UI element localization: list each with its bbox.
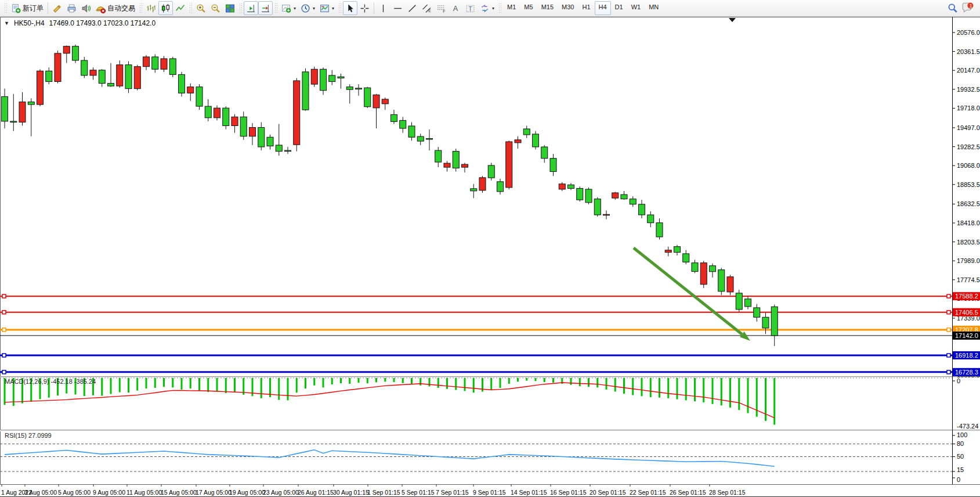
timeframe-button-W1[interactable]: W1 <box>627 1 645 15</box>
bar-chart-button[interactable] <box>144 1 158 15</box>
line-handle[interactable] <box>947 311 950 314</box>
line-chart-button[interactable] <box>173 1 187 15</box>
line-handle[interactable] <box>947 294 950 298</box>
timeframe-button-MN[interactable]: MN <box>645 1 663 15</box>
toolbar-grip <box>498 3 501 13</box>
price-label: 17406.5 <box>953 308 980 316</box>
text-icon: A <box>451 3 461 13</box>
trendline-icon <box>407 3 417 13</box>
crayon-icon <box>52 3 62 13</box>
toolbar-grip <box>189 3 192 13</box>
svg-text:19068.0: 19068.0 <box>957 162 980 169</box>
candlestick-chart-button[interactable] <box>158 1 173 15</box>
crosshair-button[interactable] <box>357 1 372 15</box>
sound-button[interactable] <box>79 1 93 15</box>
line-handle[interactable] <box>2 354 6 357</box>
svg-text:50: 50 <box>957 453 964 460</box>
crosshair-icon <box>360 3 370 13</box>
zoom-in-button[interactable] <box>194 1 208 15</box>
svg-text:20147.0: 20147.0 <box>957 67 980 74</box>
svg-text:30 Aug 01:15: 30 Aug 01:15 <box>333 489 369 496</box>
tile-windows-button[interactable] <box>223 1 237 15</box>
line-handle[interactable] <box>947 370 950 374</box>
svg-text:16 Sep 01:15: 16 Sep 01:15 <box>550 489 587 496</box>
svg-text:100: 100 <box>957 431 967 438</box>
candlestick-chart-icon <box>161 3 171 13</box>
symbol-period-label: HK50-,H4 <box>14 19 45 27</box>
timeframe-button-D1[interactable]: D1 <box>611 1 627 15</box>
shapes-button[interactable]: ▾ <box>478 1 497 15</box>
toolbar-grip <box>239 3 242 13</box>
svg-text:18853.5: 18853.5 <box>957 181 980 188</box>
periods-button[interactable]: ▾ <box>298 1 317 15</box>
indicators-button[interactable]: ▾ <box>279 1 298 15</box>
svg-text:T: T <box>468 5 472 12</box>
svg-text:0: 0 <box>957 476 960 483</box>
svg-text:3 Aug 05:00: 3 Aug 05:00 <box>24 489 57 496</box>
shift-end-button[interactable] <box>244 1 258 15</box>
svg-text:20 Sep 01:15: 20 Sep 01:15 <box>590 489 626 496</box>
crayon-button[interactable] <box>50 1 64 15</box>
fibonacci-button[interactable]: F <box>434 1 449 15</box>
timeframe-button-M15[interactable]: M15 <box>537 1 558 15</box>
bar-chart-icon <box>146 3 156 13</box>
search-icon[interactable] <box>948 3 958 13</box>
line-handle[interactable] <box>947 354 950 357</box>
svg-text:5 Sep 01:15: 5 Sep 01:15 <box>402 489 435 496</box>
indicators-icon <box>281 3 291 13</box>
chart-canvas[interactable]: 20576.020361.520147.019932.519718.019497… <box>0 0 980 497</box>
timeframe-button-M1[interactable]: M1 <box>503 1 520 15</box>
line-handle[interactable] <box>2 328 6 332</box>
ohlc-values: 17469.0 17493.0 17023.0 17142.0 <box>49 19 156 27</box>
autotrading-icon <box>96 3 106 13</box>
template-icon <box>320 3 330 13</box>
svg-text:17142.0: 17142.0 <box>955 332 978 339</box>
svg-text:20576.0: 20576.0 <box>957 29 980 36</box>
zoom-out-button[interactable] <box>208 1 223 15</box>
svg-text:19282.5: 19282.5 <box>957 143 980 150</box>
svg-text:18418.0: 18418.0 <box>957 219 980 226</box>
vertical-line-button[interactable] <box>376 1 390 15</box>
trendline-button[interactable] <box>405 1 420 15</box>
timeframe-button-M5[interactable]: M5 <box>520 1 537 15</box>
toolbar-right: 1 <box>948 2 978 14</box>
svg-text:15 Aug 05:00: 15 Aug 05:00 <box>161 489 197 496</box>
channel-icon: E <box>422 3 432 13</box>
auto-trading-button[interactable]: 自动交易 <box>93 1 138 15</box>
chat-icon[interactable]: 1 <box>961 2 974 14</box>
line-chart-icon <box>175 3 185 13</box>
auto-scroll-button[interactable] <box>258 1 273 15</box>
svg-text:26 Sep 01:15: 26 Sep 01:15 <box>670 489 706 496</box>
timeframe-button-H4[interactable]: H4 <box>595 1 611 15</box>
text-label-button[interactable]: T <box>463 1 478 15</box>
new-order-button[interactable]: 新订单 <box>9 1 46 15</box>
horizontal-line-button[interactable] <box>390 1 405 15</box>
shift-end-icon <box>246 3 256 13</box>
channel-button[interactable]: E <box>420 1 434 15</box>
timeframe-button-M30[interactable]: M30 <box>558 1 578 15</box>
mt4-window: { "toolbar": { "new_order": "新订单", "auto… <box>0 0 980 497</box>
svg-text:26 Aug 01:15: 26 Aug 01:15 <box>298 489 334 496</box>
line-handle[interactable] <box>2 311 6 314</box>
svg-text:9 Sep 01:15: 9 Sep 01:15 <box>473 489 506 496</box>
auto-scroll-icon <box>261 3 270 13</box>
svg-text:9 Aug 05:00: 9 Aug 05:00 <box>93 489 125 496</box>
svg-text:28 Sep 01:15: 28 Sep 01:15 <box>709 489 746 496</box>
svg-text:A: A <box>453 4 458 13</box>
zoom-in-icon <box>196 3 206 13</box>
separator <box>374 2 374 14</box>
cursor-button[interactable] <box>343 1 357 15</box>
svg-text:16918.2: 16918.2 <box>955 352 978 359</box>
svg-text:22 Sep 01:15: 22 Sep 01:15 <box>630 489 666 496</box>
line-handle[interactable] <box>947 328 950 332</box>
collapse-triangle-icon[interactable]: ▼ <box>4 20 9 26</box>
template-button[interactable]: ▾ <box>317 1 337 15</box>
timeframe-button-H1[interactable]: H1 <box>578 1 594 15</box>
text-button[interactable]: A <box>449 1 463 15</box>
line-handle[interactable] <box>2 370 6 374</box>
print-button[interactable] <box>64 1 79 15</box>
line-handle[interactable] <box>2 294 6 298</box>
chevron-down-icon: ▾ <box>332 6 334 11</box>
new-order-label: 新订单 <box>23 3 44 13</box>
chevron-down-icon: ▾ <box>492 6 494 11</box>
